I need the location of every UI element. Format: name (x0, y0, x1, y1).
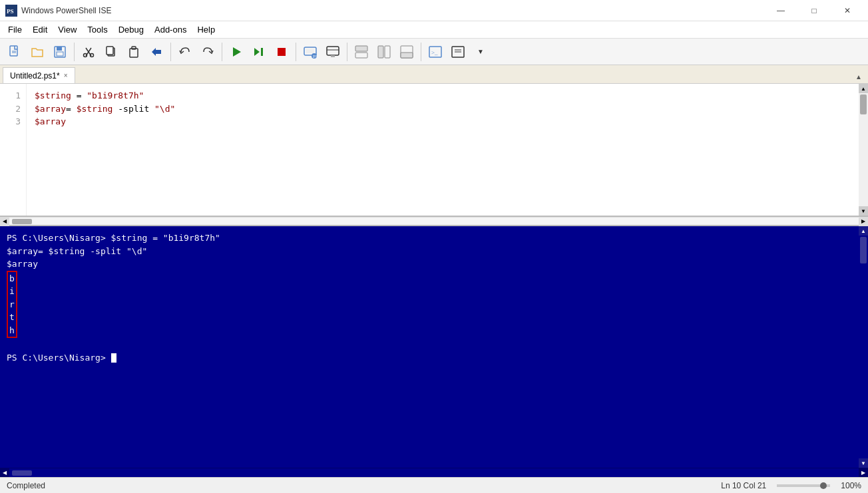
code-editor[interactable]: $string = "b1i9r8t7h" $array= $string -s… (27, 84, 859, 216)
console-line-3: $array (7, 257, 852, 271)
run-selection-button[interactable] (248, 41, 270, 63)
line-number: 1 (0, 89, 21, 102)
separator-5 (347, 43, 347, 61)
editor-area: 1 2 3 $string = "b1i9r8t7h" $array= $str… (0, 84, 868, 217)
menu-debug[interactable]: Debug (113, 23, 149, 36)
status-bar: Completed Ln 10 Col 21 100% (0, 477, 868, 493)
code-line-1: $string = "b1i9r8t7h" (35, 89, 851, 102)
menu-addons[interactable]: Add-ons (149, 23, 192, 36)
redo-button[interactable] (197, 41, 218, 63)
restore-button[interactable]: □ (799, 0, 829, 21)
svg-rect-20 (306, 49, 314, 53)
svg-rect-6 (57, 47, 62, 51)
window-title: Windows PowerShell ISE (21, 6, 111, 15)
editor-hscroll-thumb[interactable] (12, 219, 32, 224)
menu-file[interactable]: File (3, 23, 27, 36)
title-left: PS Windows PowerShell ISE (5, 5, 111, 17)
svg-rect-7 (57, 52, 63, 56)
separator-3 (222, 43, 222, 61)
separator-1 (74, 43, 75, 61)
svg-rect-12 (130, 49, 138, 57)
extra-button-1[interactable]: >_ (425, 41, 446, 63)
console-hscroll-right[interactable]: ▶ (859, 468, 868, 478)
open-button[interactable] (27, 41, 48, 63)
svg-rect-31 (401, 53, 413, 58)
menu-tools[interactable]: Tools (82, 23, 112, 36)
app-icon: PS (5, 5, 17, 17)
console-line-1: PS C:\Users\Nisarg> $string = "b1i9r8t7h… (7, 232, 852, 245)
cursor-position: Ln 10 Col 21 (721, 481, 766, 490)
console-vertical-scrollbar[interactable]: ▲ ▼ (859, 226, 868, 468)
svg-rect-28 (378, 46, 383, 58)
line-number: 3 (0, 115, 21, 128)
stop-button[interactable] (271, 41, 292, 63)
svg-rect-25 (331, 55, 335, 57)
svg-rect-23 (327, 47, 339, 55)
show-script-pane-right-button[interactable] (373, 41, 395, 63)
svg-text:PS: PS (7, 8, 14, 15)
console-output-box: birth (7, 271, 852, 339)
svg-point-8 (84, 53, 87, 57)
zoom-thumb[interactable] (820, 482, 827, 489)
editor-hscroll-left[interactable]: ◀ (0, 217, 9, 226)
console-scroll-thumb[interactable] (860, 237, 867, 263)
code-line-2: $array= $string -split "\d" (35, 102, 851, 116)
svg-point-9 (91, 53, 94, 57)
console-output[interactable]: PS C:\Users\Nisarg> $string = "b1i9r8t7h… (0, 226, 859, 468)
menu-edit[interactable]: Edit (27, 23, 53, 36)
toolbar: PS >_ ▼ (0, 39, 868, 65)
svg-rect-11 (107, 47, 113, 55)
status-right: Ln 10 Col 21 100% (721, 481, 861, 490)
run-button[interactable] (226, 41, 247, 63)
svg-marker-15 (233, 47, 241, 57)
editor-horizontal-scrollbar[interactable]: ◀ ▶ (0, 217, 868, 226)
console-scroll-up[interactable]: ▲ (859, 226, 868, 236)
snippet-button[interactable] (146, 41, 167, 63)
editor-tab[interactable]: Untitled2.ps1* × (3, 67, 75, 83)
svg-rect-29 (385, 46, 390, 58)
menu-view[interactable]: View (53, 23, 82, 36)
console-line-final: PS C:\Users\Nisarg> (7, 351, 852, 365)
remote-ps-button[interactable]: PS (300, 41, 321, 63)
svg-text:>_: >_ (431, 49, 438, 56)
svg-rect-26 (355, 46, 367, 51)
menu-help[interactable]: Help (192, 23, 220, 36)
minimize-button[interactable]: — (765, 0, 796, 21)
console-hscroll-thumb[interactable] (12, 470, 32, 476)
console-area: PS C:\Users\Nisarg> $string = "b1i9r8t7h… (0, 226, 868, 468)
tab-scroll-button[interactable]: ▲ (852, 70, 865, 83)
tab-close-button[interactable]: × (64, 72, 68, 79)
extra-button-2[interactable] (447, 41, 469, 63)
menu-bar: File Edit View Tools Debug Add-ons Help (0, 21, 868, 39)
editor-vertical-scrollbar[interactable]: ▲ ▼ (859, 84, 868, 216)
save-button[interactable] (49, 41, 71, 63)
console-horizontal-scrollbar[interactable]: ◀ ▶ (0, 468, 868, 477)
svg-rect-13 (132, 47, 136, 49)
svg-marker-14 (152, 48, 161, 56)
copy-button[interactable] (101, 41, 122, 63)
console-line-prompt (7, 338, 852, 351)
undo-button[interactable] (174, 41, 196, 63)
line-number: 2 (0, 102, 21, 116)
editor-hscroll-right[interactable]: ▶ (859, 217, 868, 226)
editor-scroll-thumb[interactable] (860, 94, 867, 114)
status-text: Completed (7, 481, 45, 490)
new-button[interactable] (4, 41, 25, 63)
cut-button[interactable] (78, 41, 99, 63)
show-console-button[interactable] (396, 41, 417, 63)
zoom-level: 100% (841, 481, 861, 490)
paste-button[interactable] (123, 41, 144, 63)
console-hscroll-left[interactable]: ◀ (0, 468, 9, 478)
close-button[interactable]: ✕ (832, 0, 863, 21)
svg-rect-18 (278, 48, 286, 56)
editor-scroll-up[interactable]: ▲ (859, 84, 868, 93)
zoom-slider[interactable] (777, 484, 830, 487)
separator-4 (296, 43, 296, 61)
svg-rect-17 (261, 48, 263, 56)
svg-text:PS: PS (313, 54, 318, 59)
remote-ps2-button[interactable] (322, 41, 343, 63)
show-script-pane-top-button[interactable] (351, 41, 372, 63)
console-scroll-down[interactable]: ▼ (859, 458, 868, 468)
editor-scroll-down[interactable]: ▼ (859, 206, 868, 216)
chevron-down-button[interactable]: ▼ (470, 41, 491, 63)
